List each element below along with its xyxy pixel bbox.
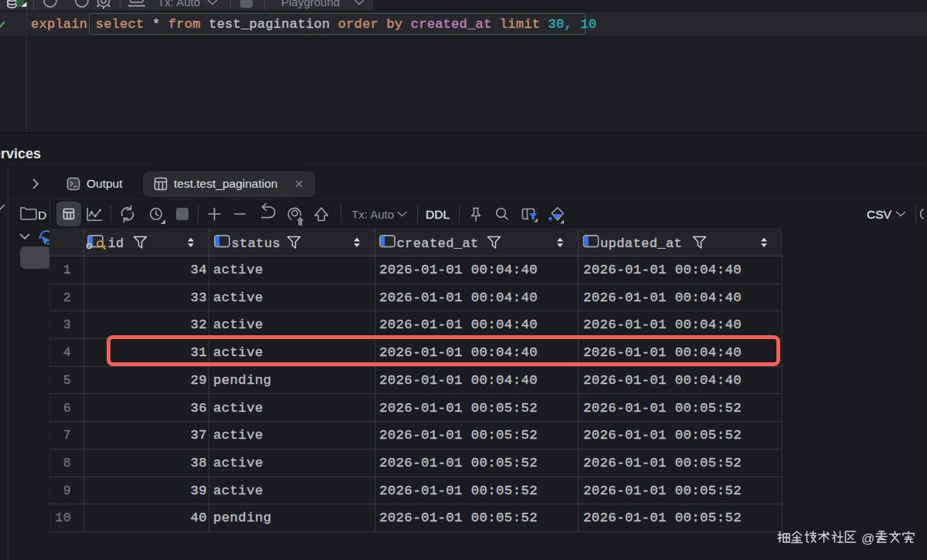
svg-text:Playground: Playground [281, 0, 340, 8]
svg-text:created_at: created_at [397, 236, 479, 251]
svg-text:Tx: Auto: Tx: Auto [158, 0, 200, 8]
svg-text:@: @ [861, 531, 874, 546]
svg-text:updated_at: updated_at [600, 236, 682, 251]
svg-text:CSV: CSV [867, 208, 892, 221]
svg-text:DDL: DDL [426, 208, 450, 221]
svg-text:Tx: Auto: Tx: Auto [351, 208, 394, 221]
svg-text:status: status [232, 236, 281, 251]
svg-text:id: id [108, 236, 124, 251]
